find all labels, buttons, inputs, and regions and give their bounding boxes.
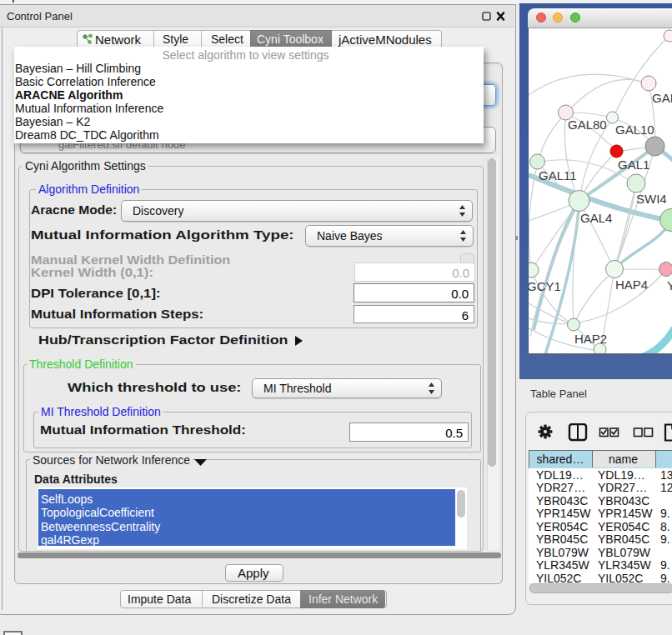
svg-text:GCY1: GCY1 xyxy=(529,279,561,293)
svg-text:SWI4: SWI4 xyxy=(636,192,667,206)
svg-text:GAL11: GAL11 xyxy=(539,168,577,182)
svg-text:HAP4: HAP4 xyxy=(615,278,648,292)
svg-text:GAL1: GAL1 xyxy=(618,158,649,172)
svg-text:GAL7: GAL7 xyxy=(652,91,672,105)
svg-text:HAP2: HAP2 xyxy=(574,332,607,346)
svg-text:YM: YM xyxy=(667,278,672,292)
svg-text:GAL4: GAL4 xyxy=(580,211,612,225)
svg-text:GAL80: GAL80 xyxy=(568,118,607,132)
svg-text:GAL10: GAL10 xyxy=(615,122,654,137)
